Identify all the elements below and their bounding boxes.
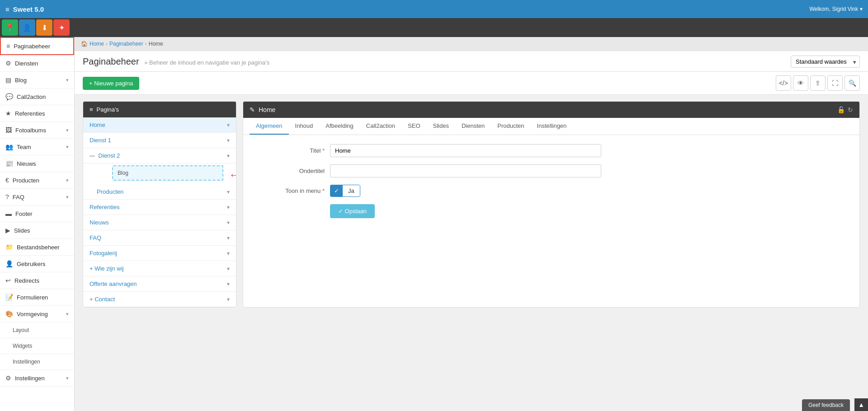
tab-afbeelding[interactable]: Afbeelding (319, 118, 359, 135)
page-expand-home[interactable]: ▾ (227, 122, 230, 128)
page-expand-wie-zijn-wij[interactable]: ▾ (227, 266, 230, 272)
page-expand-dienst1[interactable]: ▾ (227, 137, 230, 144)
page-title-row: Paginabeheer » Beheer de inhoud en navig… (83, 56, 860, 71)
pages-panel: ≡ Pagina's Home ▾ Dienst 1 ▾ — Dienst 2 … (83, 101, 236, 308)
sidebar-item-nieuws[interactable]: 📰 Nieuws (0, 155, 74, 172)
page-item-nieuws[interactable]: Nieuws ▾ (83, 215, 236, 230)
page-expand-nieuws[interactable]: ▾ (227, 220, 230, 226)
page-item-home[interactable]: Home ▾ (83, 117, 236, 133)
standard-values-dropdown[interactable]: Standaard waardes (791, 56, 860, 68)
page-item-wie-zijn-wij[interactable]: + Wie zijn wij ▾ (83, 261, 236, 276)
page-title: Paginabeheer (83, 56, 139, 66)
nav-icon-4[interactable]: ✦ (53, 19, 70, 36)
page-expand-referenties[interactable]: ▾ (227, 204, 230, 210)
edit-panel-header-left: ✎ Home (250, 106, 275, 113)
pages-panel-icon: ≡ (90, 106, 93, 113)
menu-checkbox[interactable]: ✓ Ja (330, 185, 360, 197)
page-expand-contact[interactable]: ▾ (227, 296, 230, 303)
panel-lock-icon[interactable]: 🔓 (837, 106, 845, 113)
sidebar-item-paginabeheer[interactable]: ≡ Paginabeheer (0, 37, 74, 55)
page-name-contact: + Contact (90, 296, 115, 303)
dropdown-wrapper[interactable]: Standaard waardes (791, 56, 860, 68)
breadcrumb-home-icon: 🏠 (81, 41, 88, 47)
tab-call2action[interactable]: Call2action (360, 118, 401, 135)
sidebar-item-formulieren[interactable]: 📝 Formulieren (0, 289, 74, 306)
team-icon: 👥 (5, 143, 13, 150)
feedback-button[interactable]: Geef feedback (802, 399, 850, 411)
sidebar-item-team[interactable]: 👥 Team ▾ (0, 139, 74, 155)
sidebar-label-call2action: Call2action (17, 93, 46, 100)
paginabeheer-icon: ≡ (6, 42, 10, 50)
nav-icon-3[interactable]: ⬇ (36, 19, 52, 36)
formulieren-icon: 📝 (5, 294, 13, 301)
footer-icon: ▬ (5, 210, 12, 217)
tab-producten[interactable]: Producten (491, 118, 530, 135)
app-title: Sweet 5.0 (13, 5, 44, 13)
sidebar-item-diensten[interactable]: ⚙ Diensten (0, 55, 74, 72)
page-name-nieuws: Nieuws (90, 219, 109, 226)
tab-diensten[interactable]: Diensten (455, 118, 491, 135)
tab-algemeen[interactable]: Algemeen (250, 118, 289, 135)
sidebar-item-producten[interactable]: € Producten ▾ (0, 172, 74, 189)
page-item-offerte[interactable]: Offerte aanvragen ▾ (83, 276, 236, 292)
sidebar-item-redirects[interactable]: ↩ Redirects (0, 272, 74, 289)
sidebar-item-gebruikers[interactable]: 👤 Gebruikers (0, 256, 74, 272)
page-item-referenties[interactable]: Referenties ▾ (83, 200, 236, 215)
tab-seo[interactable]: SEO (401, 118, 426, 135)
nav-icon-2[interactable]: 👤 (19, 19, 35, 36)
sidebar-label-instellingen: Instellingen (15, 375, 45, 382)
page-item-faq[interactable]: FAQ ▾ (83, 230, 236, 246)
page-expand-producten[interactable]: ▾ (227, 189, 230, 195)
share-icon-btn[interactable]: ⇧ (810, 75, 826, 91)
sidebar-label-widgets: Widgets (13, 343, 32, 349)
title-input[interactable] (330, 144, 601, 157)
sidebar-item-widgets[interactable]: Widgets (0, 338, 74, 354)
subtitle-input[interactable] (330, 164, 601, 177)
sidebar-item-slides[interactable]: ▶ Slides (0, 222, 74, 239)
save-button[interactable]: ✓ Opslaan (330, 204, 375, 218)
sidebar-item-blog[interactable]: ▤ Blog ▾ (0, 72, 74, 89)
page-item-contact[interactable]: + Contact ▾ (83, 292, 236, 307)
sidebar-item-call2action[interactable]: 💬 Call2action (0, 89, 74, 105)
page-expand-faq[interactable]: ▾ (227, 235, 230, 241)
sidebar-item-instellingen[interactable]: ⚙ Instellingen ▾ (0, 370, 74, 387)
page-expand-dienst2[interactable]: ▾ (227, 153, 230, 159)
page-name-home: Home (90, 121, 105, 128)
page-item-fotogalerij[interactable]: Fotogalerij ▾ (83, 246, 236, 261)
sidebar-item-bestandsbeheer[interactable]: 📁 Bestandsbeheer (0, 239, 74, 256)
page-expand-offerte[interactable]: ▾ (227, 281, 230, 287)
blog-icon: ▤ (5, 76, 11, 84)
drag-placeholder: Blog (112, 165, 223, 181)
sidebar-item-fotoalbums[interactable]: 🖼 Fotoalbums ▾ (0, 122, 74, 139)
tab-instellingen[interactable]: Instellingen (531, 118, 573, 135)
page-item-producten[interactable]: Producten ▾ (83, 184, 236, 200)
breadcrumb-current: Home (149, 41, 163, 47)
sidebar-item-vormgeving[interactable]: 🎨 Vormgeving ▾ (0, 306, 74, 322)
expand-button[interactable]: ▲ (854, 398, 868, 411)
eye-icon-btn[interactable]: 👁 (793, 75, 808, 91)
sidebar-item-instellingen-sub[interactable]: Instellingen (0, 354, 74, 370)
sitemap-icon-btn[interactable]: ⛶ (827, 75, 843, 91)
sidebar-item-footer[interactable]: ▬ Footer (0, 206, 74, 222)
nav-icon-1[interactable]: 📍 (2, 19, 18, 36)
panel-refresh-icon[interactable]: ↻ (848, 106, 853, 113)
user-dropdown-icon[interactable]: ▾ (860, 6, 863, 12)
team-arrow-icon: ▾ (66, 144, 69, 150)
page-expand-fotogalerij[interactable]: ▾ (227, 250, 230, 257)
new-page-button[interactable]: + Nieuwe pagina (83, 77, 139, 90)
code-icon-btn[interactable]: </> (776, 75, 791, 91)
page-item-dienst2[interactable]: — Dienst 2 ▾ (83, 148, 236, 163)
breadcrumb-section-link[interactable]: Paginabeheer (109, 41, 143, 47)
sidebar-item-faq[interactable]: ? FAQ ▾ (0, 189, 74, 206)
tab-inhoud[interactable]: Inhoud (289, 118, 320, 135)
page-item-dienst1[interactable]: Dienst 1 ▾ (83, 133, 236, 148)
sidebar-item-referenties[interactable]: ★ Referenties (0, 105, 74, 122)
user-area[interactable]: Welkom, Sigrid Vink ▾ (809, 6, 863, 12)
sidebar-label-faq: FAQ (13, 194, 24, 201)
breadcrumb-home-link[interactable]: Home (90, 41, 104, 47)
tab-slides[interactable]: Slides (427, 118, 455, 135)
sidebar-item-layout[interactable]: Layout (0, 322, 74, 338)
diensten-icon: ⚙ (5, 60, 11, 67)
search-icon-btn[interactable]: 🔍 (844, 75, 860, 91)
sidebar-label-producten: Producten (13, 177, 39, 184)
